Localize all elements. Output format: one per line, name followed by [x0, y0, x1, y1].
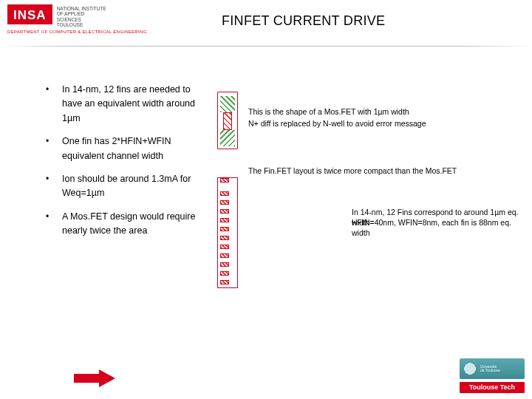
fin-gate	[220, 218, 229, 222]
diagram-note: The Fin.FET layout is twice more compact…	[248, 166, 514, 176]
slide: INSA NATIONAL INSTITUTE OF APPLIED SCIEN…	[0, 0, 532, 399]
bullet-item: A Mos.FET design would require nearly tw…	[46, 210, 201, 239]
footer-logos: Université de Toulouse Toulouse Tech	[460, 358, 525, 393]
bullet-item: One fin has 2*HFIN+WFIN equivalent chann…	[46, 134, 201, 163]
diagram-note: N+ diff is replaced by N-well to avoid e…	[248, 118, 492, 129]
universite-toulouse-logo: Université de Toulouse	[460, 358, 525, 379]
fin-gate	[220, 200, 229, 205]
fin-gate	[220, 209, 229, 214]
fin-row	[220, 253, 235, 259]
institute-text: NATIONAL INSTITUTE OF APPLIED SCIENCES T…	[57, 4, 106, 28]
fin-gate	[220, 262, 229, 267]
fin-row	[220, 235, 235, 241]
fin-row	[220, 262, 235, 267]
fin-gate	[220, 245, 229, 249]
ups-logo-text: Université de Toulouse	[480, 365, 500, 373]
fin-row	[220, 244, 235, 250]
fin-row	[220, 270, 235, 276]
slide-title: FINFET CURRENT DRIVE	[222, 13, 385, 29]
diffusion-top	[220, 96, 235, 112]
header-logo-block: INSA NATIONAL INSTITUTE OF APPLIED SCIEN…	[7, 4, 106, 28]
mosfet-layout	[220, 96, 235, 146]
fin-row	[220, 200, 235, 205]
fin-gate	[220, 280, 229, 284]
bullet-list: In 14-nm, 12 fins are needed to have an …	[46, 83, 201, 247]
fin-row	[220, 279, 235, 285]
fin-row	[220, 208, 235, 214]
gate-region	[223, 112, 232, 130]
fin-row	[220, 226, 235, 232]
fin-gate	[220, 271, 229, 276]
fin-row	[220, 217, 235, 223]
toulouse-tech-logo: Toulouse Tech	[460, 382, 525, 393]
seal-icon	[463, 361, 477, 376]
fin-gate	[220, 178, 229, 183]
fin-row	[220, 177, 235, 183]
fin-gate	[220, 191, 229, 196]
fin-gate	[220, 253, 229, 258]
finfet-layout	[217, 177, 248, 288]
diffusion-bottom	[220, 130, 235, 146]
fin-row	[220, 191, 235, 197]
insa-logo: INSA	[7, 4, 52, 24]
bullet-item: Ion should be around 1.3mA for Weq=1µm	[46, 172, 201, 201]
title-divider	[0, 46, 532, 47]
department-label: DEPARTMENT OF COMPUTER & ELECTRICAL ENGI…	[7, 30, 147, 34]
diagram-note: This is the shape of a Mos.FET with 1µm …	[248, 106, 492, 117]
diagram-area: This is the shape of a Mos.FET with 1µm …	[204, 81, 523, 303]
fin-gate	[220, 236, 229, 240]
fin-gate	[220, 227, 229, 231]
next-arrow-icon	[74, 369, 115, 387]
diagram-note: HFIN=40nm, WFIN=8nm, each fin is 88nm eq…	[352, 217, 522, 238]
bullet-item: In 14-nm, 12 fins are needed to have an …	[46, 83, 201, 126]
